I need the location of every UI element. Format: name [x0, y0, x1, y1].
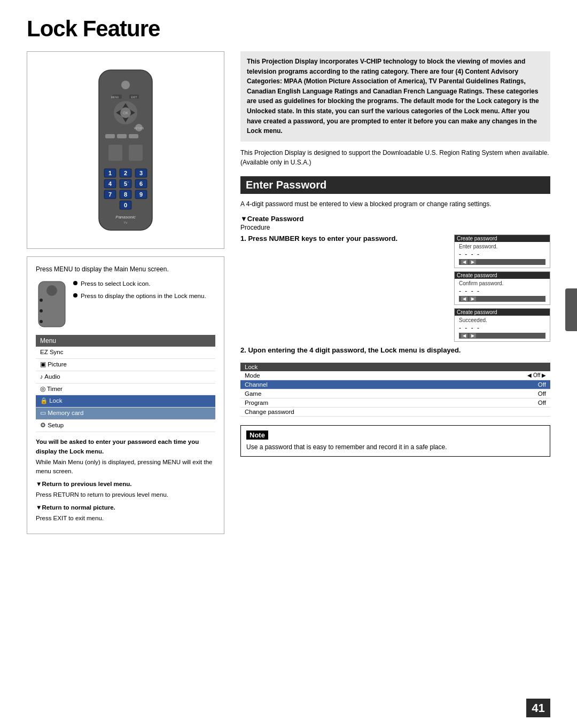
svg-rect-19	[129, 145, 143, 161]
pw-screen-3-sub: Succeeded.	[459, 317, 545, 323]
svg-text:1: 1	[108, 170, 112, 176]
svg-point-45	[40, 299, 43, 302]
press-menu-text: Press MENU to display the Main Menu scre…	[36, 264, 215, 275]
pw-screen-1-dots: - - - -	[459, 251, 545, 258]
small-remote-diagram	[36, 279, 68, 330]
bullet-1: Press to select Lock icon.	[73, 279, 206, 289]
svg-text:Panasonic: Panasonic	[115, 215, 135, 220]
svg-text:8: 8	[124, 191, 127, 198]
svg-text:0: 0	[124, 202, 127, 208]
svg-point-47	[40, 320, 43, 323]
svg-rect-16	[117, 134, 127, 138]
page-number: 41	[526, 699, 550, 717]
svg-point-1	[121, 81, 130, 89]
svg-text:9: 9	[139, 191, 143, 198]
svg-text:3: 3	[139, 170, 143, 176]
diagram-area: Press to select Lock icon. Press to disp…	[36, 279, 215, 330]
note-text: Use a password that is easy to remember …	[246, 442, 544, 452]
note-box: Note Use a password that is easy to reme…	[240, 425, 550, 457]
pw-screen-1-sub: Enter password.	[459, 244, 545, 249]
remote-image-box: MENU EXIT OK RETURN	[27, 51, 224, 249]
supporting-text: This Projection Display is designed to s…	[240, 148, 550, 168]
step2-text: 2. Upon entering the 4 digit password, t…	[240, 346, 550, 354]
pw-screen-2-dots: - - - -	[459, 287, 545, 295]
svg-text:4: 4	[108, 181, 112, 187]
side-tab	[565, 288, 577, 331]
pw-screen-1-nav: ◀ ▶	[459, 259, 545, 265]
section-header: Enter Password	[240, 176, 550, 194]
lock-menu: Lock Mode ◀ Off ▶ Channel Off Game Off P…	[240, 363, 550, 417]
menu-row-memory: ▭ Memory card	[36, 408, 215, 420]
normal-label: ▼Return to normal picture.	[36, 503, 215, 513]
procedure-label: Procedure	[240, 224, 550, 231]
svg-text:RETURN: RETURN	[134, 127, 144, 130]
svg-text:6: 6	[139, 181, 143, 187]
normal-1: While Main Menu (only) is displayed, pre…	[36, 458, 215, 477]
svg-point-46	[40, 309, 43, 312]
left-column: MENU EXIT OK RETURN	[27, 51, 224, 534]
page-title: Lock Feature	[27, 16, 550, 42]
menu-row-ezsync: EZ Sync	[36, 347, 215, 359]
remote-control-svg: MENU EXIT OK RETURN	[83, 65, 168, 236]
menu-row-picture: ▣ Picture	[36, 359, 215, 371]
section-body: A 4-digit password must be entered to vi…	[240, 199, 550, 209]
svg-rect-15	[105, 134, 115, 138]
pw-screen-3-title: Create password	[455, 309, 550, 316]
password-screens: Create password Enter password. - - - - …	[454, 234, 550, 342]
pw-screen-1-title: Create password	[455, 235, 550, 242]
menu-row-setup: ⚙ Setup	[36, 420, 215, 432]
svg-text:MENU: MENU	[111, 96, 119, 99]
lock-menu-row-game: Game Off	[240, 389, 550, 398]
right-column: This Projection Display incorporates V-C…	[240, 51, 550, 457]
pw-screen-2: Create password Confirm password. - - - …	[454, 271, 550, 305]
intro-text: This Projection Display incorporates V-C…	[240, 51, 550, 142]
lock-menu-row-program: Program Off	[240, 398, 550, 408]
pw-screen-2-title: Create password	[455, 272, 550, 279]
pw-screen-1: Create password Enter password. - - - - …	[454, 234, 550, 268]
lock-menu-row-change-password: Change password	[240, 408, 550, 417]
menu-row-lock: 🔒 Lock	[36, 395, 215, 408]
step1-area: Create password Enter password. - - - - …	[240, 234, 550, 346]
svg-text:2: 2	[124, 170, 127, 176]
note-label: Note	[246, 430, 268, 440]
svg-text:*: *	[128, 181, 129, 184]
pw-screen-2-sub: Confirm password.	[459, 280, 545, 286]
instructions-box: Press MENU to display the Main Menu scre…	[27, 256, 224, 534]
pw-screen-3-nav: ◀ ▶	[459, 333, 545, 339]
svg-rect-17	[129, 134, 138, 138]
svg-text:5: 5	[124, 181, 127, 187]
warning-bold: You will be asked to enter your password…	[36, 437, 215, 457]
svg-text:EXIT: EXIT	[131, 96, 137, 99]
svg-rect-18	[108, 145, 122, 161]
diagram-labels: Press to select Lock icon. Press to disp…	[73, 279, 206, 304]
svg-text:OK: OK	[123, 111, 128, 115]
menu-table: Menu EZ Sync ▣ Picture ♪ Audio ◎ Timer 🔒…	[36, 335, 215, 432]
menu-row-timer: ◎ Timer	[36, 383, 215, 396]
pw-screen-2-nav: ◀ ▶	[459, 296, 545, 302]
create-password-heading: ▼Create Password	[240, 215, 550, 223]
lock-menu-title: Lock	[240, 363, 550, 371]
svg-text:TV: TV	[123, 221, 128, 224]
menu-row-audio: ♪ Audio	[36, 371, 215, 383]
return-text: Press RETURN to return to previous level…	[36, 490, 215, 500]
pw-screen-3: Create password Succeeded. - - - - ◀ ▶	[454, 308, 550, 342]
lock-menu-row-channel: Channel Off	[240, 380, 550, 389]
normal-text: Press EXIT to exit menu.	[36, 514, 215, 523]
instructions-bottom: You will be asked to enter your password…	[36, 437, 215, 523]
svg-text:7: 7	[108, 191, 112, 198]
pw-screen-3-dots: - - - -	[459, 324, 545, 332]
return-label: ▼Return to previous level menu.	[36, 480, 215, 489]
menu-table-title: Menu	[36, 335, 215, 347]
bullet-2: Press to display the options in the Lock…	[73, 291, 206, 302]
lock-menu-row-mode: Mode ◀ Off ▶	[240, 371, 550, 380]
svg-point-44	[46, 285, 57, 296]
